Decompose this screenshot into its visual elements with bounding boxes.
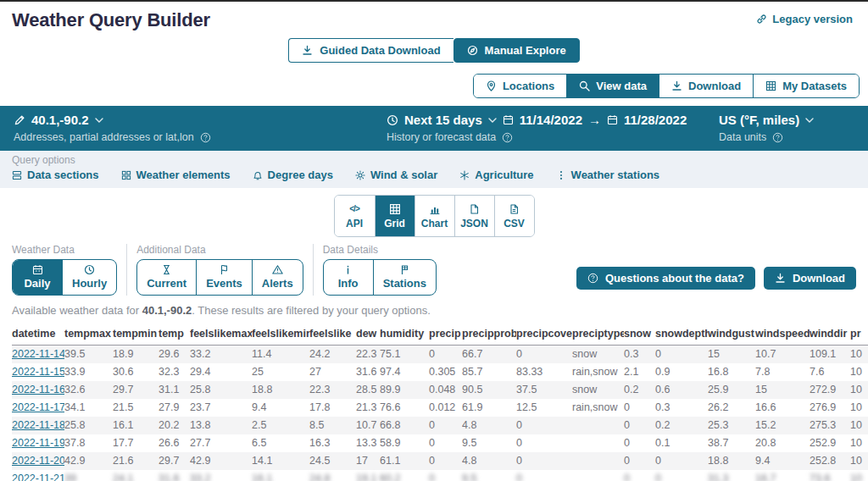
view-tab-chart[interactable]: Chart — [415, 196, 454, 236]
table-row: 2022-11-1734.121.527.923.79.417.821.376.… — [12, 399, 868, 417]
date-link[interactable]: 2022-11-16 — [12, 384, 64, 395]
question-circle-icon[interactable] — [502, 132, 513, 143]
data-cell: 76.6 — [380, 399, 429, 417]
data-cell: 0 — [516, 452, 572, 470]
column-header-datetime: datetime — [12, 323, 64, 346]
data-cell: 0 — [624, 452, 655, 470]
date-range-selector[interactable]: Next 15 days 11/14/2022 → 11/28/2022 His… — [387, 113, 719, 143]
manual-explore-button[interactable]: Manual Explore — [453, 38, 580, 63]
data-cell: 23.7 — [190, 399, 252, 417]
current-label: Current — [147, 277, 186, 290]
legacy-version-link[interactable]: Legacy version — [756, 13, 853, 25]
data-cell: 0 — [624, 399, 655, 417]
results-note-suffix: . These results are filtered by your que… — [192, 304, 431, 317]
column-header-pr: pr — [850, 323, 868, 346]
legacy-version-label: Legacy version — [772, 13, 853, 25]
weather-elements-icon — [121, 170, 131, 180]
data-cell: 85.7 — [462, 363, 516, 381]
download-icon — [775, 273, 786, 284]
data-cell: 83.33 — [516, 363, 572, 381]
data-cell: 20.2 — [159, 417, 190, 434]
view-tab-api[interactable]: </> API — [335, 196, 375, 236]
option-agriculture[interactable]: Agriculture — [459, 169, 533, 181]
current-button[interactable]: Current — [137, 260, 196, 295]
data-cell: 0 — [624, 470, 655, 481]
date-link[interactable]: 2022-11-18 — [12, 419, 64, 431]
data-cell: 31.6 — [356, 363, 380, 381]
section-divider — [313, 244, 314, 296]
data-cell: 27 — [309, 363, 356, 381]
page-header: Weather Query Builder Legacy version — [0, 2, 868, 31]
data-cell: 27.7 — [190, 434, 252, 452]
data-cell: 17 — [356, 452, 380, 470]
option-label: Weather stations — [571, 169, 660, 181]
data-cell: 10 — [850, 399, 868, 417]
data-cell: 39 — [64, 470, 113, 481]
clock-icon — [84, 264, 95, 275]
view-tab-csv[interactable]: CSV — [494, 196, 534, 236]
data-cell: 24.1 — [113, 470, 159, 481]
data-cell: 12.5 — [516, 399, 572, 417]
daily-button[interactable]: Daily — [13, 260, 62, 295]
date-link[interactable]: 2022-11-20 — [12, 455, 64, 467]
option-weather-elements[interactable]: Weather elements — [121, 169, 231, 181]
option-data-sections[interactable]: Data sections — [12, 169, 99, 181]
option-weather-stations[interactable]: Weather stations — [556, 169, 660, 181]
date-link[interactable]: 2022-11-15 — [12, 366, 64, 378]
end-date-value[interactable]: 11/28/2022 — [624, 113, 687, 127]
data-cell: 0.9 — [655, 363, 708, 381]
data-cell — [572, 470, 624, 481]
tab-download[interactable]: Download — [659, 75, 753, 97]
units-selector[interactable]: US (°F, miles) Data units — [719, 113, 854, 143]
data-cell: 60.2 — [380, 470, 429, 481]
option-wind-solar[interactable]: Wind & solar — [355, 169, 437, 181]
info-button[interactable]: Info — [324, 260, 373, 295]
data-cell: 272.9 — [810, 381, 850, 399]
date-link[interactable]: 2022-11-19 — [12, 437, 64, 449]
data-cell: 9.4 — [252, 399, 309, 417]
data-cell: 10 — [850, 452, 868, 470]
events-button[interactable]: Events — [196, 260, 252, 295]
data-cell: 37.8 — [64, 434, 113, 452]
guided-data-download-button[interactable]: Guided Data Download — [288, 38, 453, 63]
datetime-cell: 2022-11-15 — [12, 363, 64, 381]
column-header-precipcover: precipcover — [516, 323, 572, 346]
data-cell: 18.9 — [113, 346, 159, 363]
file-csv-icon — [509, 202, 520, 215]
data-cell: 75.1 — [380, 346, 429, 363]
option-degree-days[interactable]: Degree days — [253, 169, 333, 181]
data-cell: 11.4 — [252, 346, 309, 363]
stations-button[interactable]: Stations — [373, 260, 436, 295]
tab-locations[interactable]: Locations — [474, 75, 566, 97]
download-button[interactable]: Download — [764, 267, 856, 290]
tab-view-data[interactable]: View data — [566, 75, 659, 97]
data-cell: 10 — [850, 363, 868, 381]
question-circle-icon[interactable] — [200, 132, 211, 143]
date-link[interactable]: 2022-11-14 — [12, 348, 64, 360]
datetime-cell: 2022-11-21 — [12, 470, 64, 481]
question-circle-icon[interactable] — [772, 132, 783, 143]
view-tab-label: API — [346, 218, 363, 229]
questions-about-data-button[interactable]: Questions about the data? — [576, 267, 755, 290]
tab-my-datasets[interactable]: My Datasets — [753, 75, 859, 97]
location-selector[interactable]: 40.1,-90.2 Addresses, partial addresses … — [14, 113, 387, 143]
data-cell: 22.3 — [309, 381, 356, 399]
data-cell: 0.2 — [624, 381, 655, 399]
date-link[interactable]: 2022-11-21 — [12, 473, 64, 481]
start-date-value[interactable]: 11/14/2022 — [520, 113, 582, 127]
data-cell: 30.6 — [113, 363, 159, 381]
date-link[interactable]: 2022-11-17 — [12, 401, 64, 413]
view-tab-grid[interactable]: Grid — [375, 196, 415, 236]
data-cell: 15 — [708, 346, 755, 363]
hourly-button[interactable]: Hourly — [62, 260, 116, 295]
data-cell: 66.8 — [380, 417, 429, 434]
data-cell: 33.2 — [190, 346, 252, 363]
data-cell: 7.6 — [810, 363, 850, 381]
data-cell: 0 — [655, 470, 708, 481]
alerts-button[interactable]: Alerts — [252, 260, 303, 295]
code-icon: </> — [349, 202, 359, 215]
data-cell: 61.9 — [462, 399, 516, 417]
data-cell: 16.3 — [309, 434, 356, 452]
tab-view-data-label: View data — [596, 80, 647, 92]
view-tab-json[interactable]: JSON — [454, 196, 494, 236]
